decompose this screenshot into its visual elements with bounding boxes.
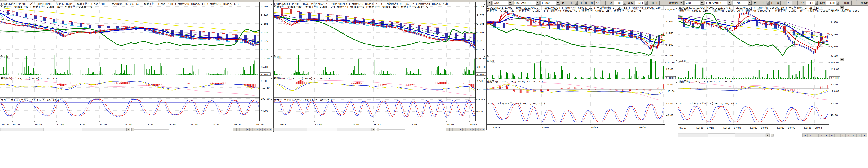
svg-text:9,500: 9,500 — [666, 54, 673, 57]
svg-text:115.00: 115.00 — [831, 68, 839, 71]
svg-text:月: 月 — [782, 2, 785, 5]
svg-text:9,500: 9,500 — [831, 55, 838, 57]
svg-text:215.00: 215.00 — [261, 57, 270, 60]
svg-text:40.00: 40.00 — [666, 114, 673, 117]
svg-text:日経225mini: 日経225mini — [706, 2, 723, 5]
svg-text:500: 500 — [830, 2, 835, 4]
svg-text:移動平均( Close, 20 ) 移動平均( Clos: 移動平均( Close, 20 ) 移動平均( Close, 5 ) 移動平均(… — [487, 9, 645, 12]
svg-text:08/04: 08/04 — [815, 127, 822, 130]
svg-text:07/27: 07/27 — [679, 127, 687, 130]
svg-text:−: − — [815, 134, 816, 136]
svg-text:× 100: × 100 — [261, 74, 268, 76]
svg-text:30: 30 — [618, 2, 621, 4]
svg-text:9,955: 9,955 — [477, 5, 484, 8]
svg-text:95.00: 95.00 — [666, 102, 673, 105]
svg-text:12:00: 12:00 — [315, 123, 322, 126]
svg-text:スロー・ストキャスティクス( 14, 3, 80, 20 ): スロー・ストキャスティクス( 14, 3, 80, 20 ) — [487, 102, 545, 105]
svg-text:⊕: ⊕ — [476, 129, 478, 131]
svg-text:分: 分 — [609, 2, 612, 5]
svg-text:550.00: 550.00 — [477, 57, 486, 60]
svg-text:20:00: 20:00 — [446, 123, 454, 126]
svg-text:↔: ↔ — [457, 129, 458, 131]
svg-text:215.00: 215.00 — [666, 61, 675, 64]
svg-text:D: D — [467, 129, 468, 131]
svg-text:9,795: 9,795 — [261, 5, 268, 8]
svg-text:09:20: 09:20 — [12, 123, 20, 126]
svg-text:-10.00: -10.00 — [666, 90, 675, 92]
svg-text:20:00: 20:00 — [168, 123, 176, 126]
svg-text:9,600: 9,600 — [666, 44, 673, 46]
svg-text:日経225mini 11/09( 5分, 2011/08/0: 日経225mini 11/09( 5分, 2011/08/02 - 2011/0… — [1, 2, 239, 5]
svg-text:9,750: 9,750 — [666, 32, 673, 34]
svg-text:B: B — [260, 129, 261, 131]
svg-text:45.00: 45.00 — [261, 110, 268, 112]
svg-text:9,600: 9,600 — [831, 45, 838, 48]
svg-text:■: ■ — [247, 129, 248, 131]
svg-text:スロー・ストキャスティクス( 14, 3, 80, 20 ): スロー・ストキャスティクス( 14, 3, 80, 20 ) — [1, 99, 59, 102]
svg-text:適用: 適用 — [652, 1, 657, 5]
svg-text:9,615: 9,615 — [477, 40, 484, 43]
svg-text:× 1000: × 1000 — [666, 77, 674, 80]
svg-text:9,740: 9,740 — [261, 14, 268, 17]
svg-text:■: ■ — [826, 134, 827, 136]
svg-text:14:40: 14:40 — [100, 123, 107, 126]
svg-text:60: 60 — [810, 2, 813, 4]
svg-text:B: B — [848, 134, 849, 136]
svg-text:週: 週 — [777, 2, 779, 5]
svg-text:▶: ▶ — [270, 129, 271, 131]
svg-text:1: 1 — [570, 2, 572, 4]
svg-text:L: L — [470, 129, 471, 131]
svg-text:12:00: 12:00 — [57, 123, 64, 126]
svg-text:適用: 適用 — [843, 1, 849, 5]
svg-text:複数銘柄: 複数銘柄 — [669, 2, 678, 5]
svg-text:+: + — [451, 129, 452, 131]
svg-text:08/02: 08/02 — [542, 126, 549, 129]
svg-text:20:00: 20:00 — [352, 123, 360, 126]
svg-text:100.00: 100.00 — [261, 97, 270, 100]
svg-text:16:30: 16:30 — [804, 127, 811, 130]
svg-text:■: ■ — [460, 129, 461, 131]
svg-text:08/04: 08/04 — [234, 123, 242, 126]
svg-text:出来高: 出来高 — [487, 59, 494, 62]
svg-text:足: 足 — [753, 2, 756, 5]
svg-text:08/03: 08/03 — [591, 126, 598, 129]
svg-text:移動平均( Close, 20 ) 移動平均( Clos: 移動平均( Close, 20 ) 移動平均( Close, 5 ) 移動平均(… — [274, 5, 432, 8]
svg-text:◀: ◀ — [804, 134, 806, 136]
svg-text:9,900: 9,900 — [831, 21, 838, 24]
svg-text:移動平均( Close, 75 ) MACD( 12,: 移動平均( Close, 75 ) MACD( 12, 26, 9 ) — [274, 77, 330, 80]
svg-text:17:20: 17:20 — [124, 123, 132, 126]
svg-text:複数銘柄: 複数銘柄 — [861, 2, 868, 5]
svg-text:日経225mini 11/09( 15分, 2011/07/: 日経225mini 11/09( 15分, 2011/07/27 - 2011/… — [274, 2, 451, 5]
svg-text:✕: ✕ — [480, 129, 481, 131]
svg-text:260.00: 260.00 — [831, 61, 839, 64]
svg-text:スロー・ストキャスティクス( 14, 3, 80, 20 ): スロー・ストキャスティクス( 14, 3, 80, 20 ) — [679, 102, 737, 105]
svg-text:95.00: 95.00 — [261, 66, 268, 68]
svg-text:95.00: 95.00 — [666, 68, 673, 71]
svg-text:T: T — [602, 2, 604, 5]
svg-text:08/02: 08/02 — [280, 123, 287, 126]
svg-text:500: 500 — [639, 2, 643, 4]
svg-text:日経225mini 11/09( 30分, 2011/07/: 日経225mini 11/09( 30分, 2011/07/27 - 2011/… — [487, 6, 663, 9]
svg-text:先物: 先物 — [685, 1, 691, 5]
svg-text:07/29: 07/29 — [707, 127, 714, 130]
svg-text:分: 分 — [801, 2, 804, 5]
svg-text:9,575: 9,575 — [261, 40, 268, 43]
svg-text:50.00: 50.00 — [666, 83, 673, 86]
svg-text:移動平均( Close, 150 ) 移動平均( Clo: 移動平均( Close, 150 ) 移動平均( Close, 20 ) 移動平… — [679, 9, 859, 12]
svg-text:07/30: 07/30 — [734, 127, 741, 130]
svg-text:9,685: 9,685 — [261, 23, 268, 25]
svg-text:9,900: 9,900 — [666, 20, 673, 23]
svg-text:▶: ▶ — [864, 134, 865, 136]
svg-text:↔: ↔ — [821, 134, 822, 136]
svg-text:16:30: 16:30 — [777, 127, 784, 130]
svg-text:◀: ◀ — [447, 129, 448, 131]
svg-text:16:30: 16:30 — [696, 127, 704, 130]
svg-text:10:40: 10:40 — [35, 123, 42, 126]
svg-text:✕: ✕ — [267, 129, 268, 131]
svg-text:40.00: 40.00 — [477, 110, 484, 113]
svg-text:D: D — [837, 134, 838, 136]
svg-text:9,700: 9,700 — [477, 31, 484, 34]
svg-text:13:20: 13:20 — [78, 123, 85, 126]
svg-text:07/30: 07/30 — [493, 126, 500, 129]
svg-text:▶: ▶ — [483, 129, 484, 131]
